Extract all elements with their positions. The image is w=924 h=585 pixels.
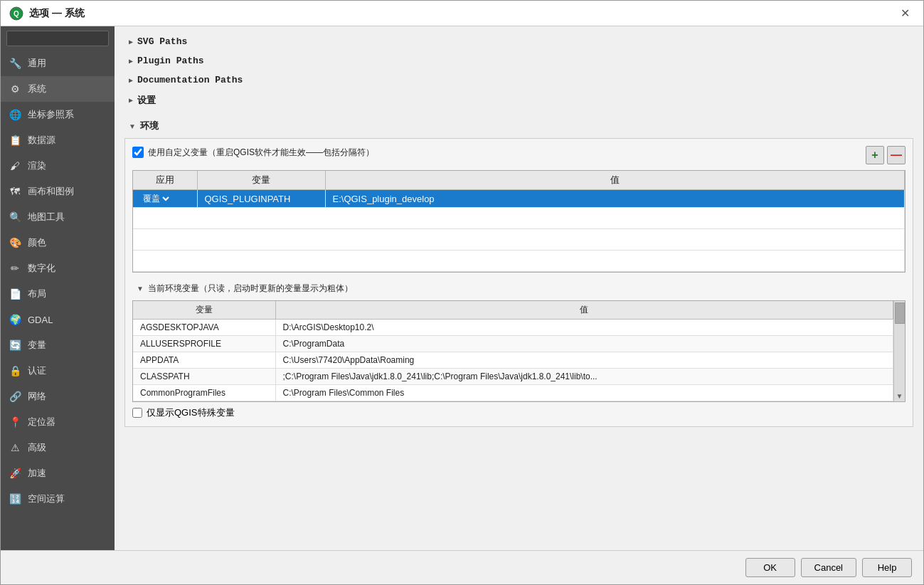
ro-value-4: C:\Program Files\Common Files: [275, 385, 893, 401]
settings-section: ▶ 设置: [124, 91, 913, 110]
app-icon: Q: [9, 6, 23, 21]
scrollbar[interactable]: ▼: [893, 301, 905, 401]
doc-paths-header[interactable]: ▶ Documentation Paths: [124, 72, 913, 88]
cancel-button[interactable]: Cancel: [801, 558, 856, 577]
show-qgis-label: 仅显示QGIS特殊变量: [147, 406, 235, 419]
apply-cell[interactable]: 覆盖 前置 追加 跳过 取消: [133, 190, 197, 208]
gdal-icon: 🌍: [8, 312, 22, 327]
plugin-paths-label: Plugin Paths: [137, 56, 204, 66]
advanced-icon: ⚠: [8, 441, 22, 455]
sidebar-item-advanced[interactable]: ⚠ 高级: [1, 435, 115, 460]
ro-value-0: D:\ArcGIS\Desktop10.2\: [275, 320, 893, 336]
environment-section: ▼ 环境 使用自定义变量（重启QGIS软件才能生效——包括分隔符） + —: [124, 117, 913, 427]
sidebar-item-network[interactable]: 🔗 网络: [1, 384, 115, 409]
sidebar-item-locator[interactable]: 📍 定位器: [1, 409, 115, 435]
network-icon: 🔗: [8, 389, 22, 404]
title-bar-left: Q 选项 — 系统: [9, 6, 85, 21]
search-input[interactable]: [6, 31, 109, 46]
main-panel: ▶ SVG Paths ▶ Plugin Paths ▶ Documentati…: [115, 26, 923, 550]
ro-variable-3: CLASSPATH: [133, 369, 275, 385]
sidebar-label-colors: 颜色: [28, 236, 46, 249]
rendering-icon: 🖌: [8, 159, 22, 173]
sidebar-item-acceleration[interactable]: 🚀 加速: [1, 460, 115, 486]
env-table-wrapper: 应用 变量 值 覆盖 前置: [132, 170, 906, 273]
add-row-button[interactable]: +: [866, 146, 884, 164]
content-area: 🔧 通用 ⚙ 系统 🌐 坐标参照系 📋 数据源 🖌 渲染 🗺 画布和图例: [1, 26, 923, 550]
svg-paths-header[interactable]: ▶ SVG Paths: [124, 33, 913, 50]
ro-table-row: CommonProgramFiles C:\Program Files\Comm…: [133, 385, 893, 401]
col-value: 值: [325, 171, 905, 190]
window-title: 选项 — 系统: [29, 7, 85, 20]
environment-header[interactable]: ▼ 环境: [124, 117, 913, 135]
general-icon: 🔧: [8, 56, 22, 70]
environment-label: 环境: [140, 120, 159, 132]
readonly-table-wrapper: 变量 值 AGSDESKTOPJAVA D:\ArcGIS\Desktop10.…: [132, 300, 906, 402]
settings-label: 设置: [137, 94, 156, 107]
ro-variable-1: ALLUSERSPROFILE: [133, 336, 275, 352]
table-row[interactable]: 覆盖 前置 追加 跳过 取消 QGIS_PLUGINPATH E:\QG: [133, 190, 905, 208]
sidebar-label-system: 系统: [28, 83, 46, 95]
sidebar-item-layout[interactable]: 📄 布局: [1, 281, 115, 307]
auth-icon: 🔒: [8, 364, 22, 378]
close-button[interactable]: ✕: [895, 4, 915, 23]
search-box: [1, 26, 115, 51]
ro-value-1: C:\ProgramData: [275, 336, 893, 352]
plugin-paths-triangle: ▶: [129, 57, 133, 65]
sidebar-item-colors[interactable]: 🎨 颜色: [1, 230, 115, 255]
sidebar-label-general: 通用: [28, 57, 46, 70]
custom-vars-row: 使用自定义变量（重启QGIS软件才能生效——包括分隔符）: [132, 147, 374, 159]
custom-vars-label: 使用自定义变量（重启QGIS软件才能生效——包括分隔符）: [148, 147, 374, 159]
ro-col-value: 值: [275, 301, 893, 320]
help-button[interactable]: Help: [862, 558, 912, 577]
sidebar-item-spatial[interactable]: 🔢 空间运算: [1, 486, 115, 512]
sidebar-label-canvas: 画布和图例: [28, 185, 74, 198]
ro-value-2: C:\Users\77420\AppData\Roaming: [275, 352, 893, 369]
settings-triangle: ▶: [129, 96, 133, 105]
crs-icon: 🌐: [8, 107, 22, 122]
sidebar-item-system[interactable]: ⚙ 系统: [1, 76, 115, 102]
readonly-header[interactable]: ▼ 当前环境变量（只读，启动时更新的变量显示为粗体）: [132, 280, 906, 297]
sidebar-label-locator: 定位器: [28, 416, 55, 428]
remove-row-button[interactable]: —: [887, 146, 906, 164]
sidebar-item-auth[interactable]: 🔒 认证: [1, 358, 115, 384]
main-window: Q 选项 — 系统 ✕ 🔧 通用 ⚙ 系统 🌐 坐标参照系: [0, 0, 924, 585]
ro-value-3: ;C:\Program Files\Java\jdk1.8.0_241\lib;…: [275, 369, 893, 385]
ro-table-row: CLASSPATH ;C:\Program Files\Java\jdk1.8.…: [133, 369, 893, 385]
sidebar-label-layout: 布局: [28, 288, 46, 300]
svg-paths-section: ▶ SVG Paths: [124, 33, 913, 50]
sidebar-item-crs[interactable]: 🌐 坐标参照系: [1, 102, 115, 127]
ro-variable-2: APPDATA: [133, 352, 275, 369]
svg-text:Q: Q: [14, 10, 19, 18]
sidebar-label-network: 网络: [28, 390, 46, 403]
show-qgis-row: 仅显示QGIS特殊变量: [132, 402, 906, 419]
sidebar-item-general[interactable]: 🔧 通用: [1, 51, 115, 76]
sidebar-item-datasource[interactable]: 📋 数据源: [1, 127, 115, 153]
scrollbar-thumb[interactable]: [895, 302, 905, 324]
sidebar-item-rendering[interactable]: 🖌 渲染: [1, 153, 115, 179]
settings-header[interactable]: ▶ 设置: [124, 91, 913, 110]
readonly-label: 当前环境变量（只读，启动时更新的变量显示为粗体）: [148, 283, 353, 295]
custom-vars-checkbox[interactable]: [132, 147, 144, 158]
sidebar-label-datasource: 数据源: [28, 134, 55, 147]
sidebar-label-spatial: 空间运算: [28, 492, 65, 505]
sidebar-label-acceleration: 加速: [28, 467, 46, 480]
sidebar-item-canvas[interactable]: 🗺 画布和图例: [1, 179, 115, 204]
scrollbar-down-arrow[interactable]: ▼: [896, 392, 903, 400]
sidebar-item-gdal[interactable]: 🌍 GDAL: [1, 307, 115, 332]
sidebar-item-digitizing[interactable]: ✏ 数字化: [1, 255, 115, 281]
svg-paths-label: SVG Paths: [137, 36, 187, 47]
sidebar-item-variables[interactable]: 🔄 变量: [1, 332, 115, 358]
ro-variable-4: CommonProgramFiles: [133, 385, 275, 401]
plugin-paths-section: ▶ Plugin Paths: [124, 53, 913, 69]
doc-paths-section: ▶ Documentation Paths: [124, 72, 913, 88]
show-qgis-checkbox[interactable]: [132, 408, 142, 418]
ro-table-row: APPDATA C:\Users\77420\AppData\Roaming: [133, 352, 893, 369]
sidebar-item-maptools[interactable]: 🔍 地图工具: [1, 204, 115, 230]
readonly-table: 变量 值 AGSDESKTOPJAVA D:\ArcGIS\Desktop10.…: [133, 301, 893, 401]
ok-button[interactable]: OK: [745, 558, 795, 577]
acceleration-icon: 🚀: [8, 466, 22, 480]
apply-select[interactable]: 覆盖 前置 追加 跳过 取消: [140, 193, 171, 204]
plugin-paths-header[interactable]: ▶ Plugin Paths: [124, 53, 913, 69]
variable-cell: QGIS_PLUGINPATH: [197, 190, 325, 208]
table-row-empty-3: [133, 251, 905, 272]
